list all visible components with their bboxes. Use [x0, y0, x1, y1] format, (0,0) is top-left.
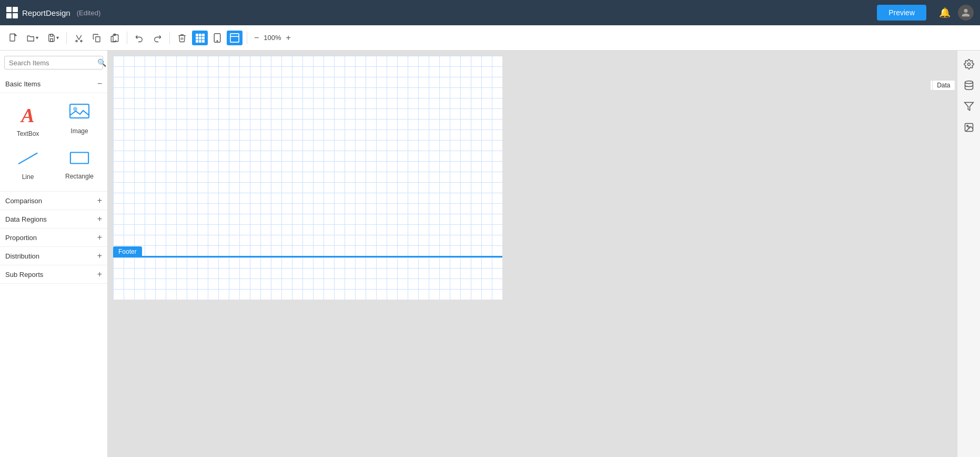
left-panel: 🔍 Basic Items − A TextBox	[0, 51, 108, 457]
svg-rect-12	[70, 104, 89, 118]
mobile-view-button[interactable]	[210, 31, 225, 45]
textbox-icon: A	[21, 104, 34, 127]
svg-point-3	[76, 40, 77, 42]
item-rectangle[interactable]: Rectangle	[54, 144, 105, 187]
sub-reports-section-header[interactable]: Sub Reports +	[0, 265, 107, 284]
search-icon: 🔍	[97, 58, 106, 67]
line-label: Line	[22, 173, 34, 181]
toolbar: ▾ ▾ − 100% +	[0, 25, 980, 51]
copy-button[interactable]	[89, 31, 105, 45]
app-logo: ReportDesign (Edited)	[6, 7, 100, 18]
canvas-main[interactable]: Footer	[113, 56, 502, 256]
image-icon	[69, 104, 89, 124]
svg-point-21	[968, 126, 969, 128]
canvas-area[interactable]: Footer	[108, 51, 957, 457]
new-button[interactable]	[5, 31, 21, 45]
app-title: ReportDesign	[22, 8, 70, 17]
proportion-label: Proportion	[5, 234, 37, 242]
distribution-label: Distribution	[5, 252, 39, 260]
textbox-label: TextBox	[17, 130, 39, 137]
open-button[interactable]: ▾	[23, 31, 42, 45]
edited-label: (Edited)	[77, 9, 101, 17]
user-avatar[interactable]	[958, 5, 974, 21]
toolbar-sep-1	[66, 32, 67, 44]
right-panel: Data	[957, 51, 980, 457]
preview-button[interactable]: Preview	[877, 5, 926, 21]
redo-button[interactable]	[149, 31, 165, 45]
svg-point-20	[966, 125, 968, 127]
svg-point-17	[965, 81, 973, 84]
item-image[interactable]: Image	[54, 97, 105, 144]
svg-point-4	[80, 40, 82, 42]
canvas-footer[interactable]	[113, 257, 502, 300]
basic-items-section-header[interactable]: Basic Items −	[0, 75, 107, 93]
main-layout: 🔍 Basic Items − A TextBox	[0, 51, 980, 457]
sub-reports-label: Sub Reports	[5, 271, 43, 279]
settings-button[interactable]	[959, 55, 978, 74]
notification-icon[interactable]: 🔔	[939, 7, 951, 18]
svg-rect-15	[70, 153, 88, 164]
search-input[interactable]	[9, 59, 97, 67]
svg-line-14	[18, 153, 37, 164]
data-regions-label: Data Regions	[5, 215, 47, 223]
search-box[interactable]: 🔍	[4, 56, 103, 69]
topbar-icons: 🔔	[939, 5, 974, 21]
svg-rect-0	[10, 34, 15, 41]
svg-point-9	[217, 40, 218, 41]
save-button[interactable]: ▾	[44, 31, 62, 45]
comparison-section-header[interactable]: Comparison +	[0, 192, 107, 210]
zoom-control: − 100% +	[251, 32, 294, 44]
basic-items-grid: A TextBox Image	[0, 93, 107, 192]
cut-button[interactable]	[71, 31, 87, 45]
zoom-in-button[interactable]: +	[284, 32, 294, 44]
svg-rect-1	[50, 38, 53, 41]
toolbar-sep-4	[247, 32, 247, 44]
data-button[interactable]: Data	[959, 76, 978, 95]
data-regions-section-header[interactable]: Data Regions +	[0, 210, 107, 228]
grid-toggle-button[interactable]	[192, 31, 208, 45]
zoom-out-button[interactable]: −	[251, 32, 261, 44]
footer-label: Footer	[113, 246, 142, 257]
paste-button[interactable]	[107, 31, 123, 45]
svg-rect-10	[230, 33, 239, 42]
image-label: Image	[70, 127, 88, 135]
basic-items-collapse-icon: −	[97, 79, 102, 88]
logo-grid-icon	[6, 7, 18, 18]
filter-button[interactable]	[959, 97, 978, 116]
undo-button[interactable]	[132, 31, 147, 45]
basic-items-label: Basic Items	[5, 80, 41, 88]
svg-point-13	[73, 107, 77, 111]
distribution-expand-icon: +	[97, 251, 102, 261]
proportion-expand-icon: +	[97, 233, 102, 242]
comparison-label: Comparison	[5, 197, 42, 205]
line-icon	[17, 150, 38, 170]
rectangle-icon	[69, 150, 90, 170]
svg-point-16	[967, 63, 970, 66]
svg-rect-2	[50, 34, 53, 36]
topbar: ReportDesign (Edited) Preview 🔔	[0, 0, 980, 25]
svg-rect-5	[96, 36, 100, 42]
layout-view-button[interactable]	[227, 31, 243, 45]
proportion-section-header[interactable]: Proportion +	[0, 228, 107, 247]
zoom-value: 100%	[264, 34, 281, 42]
report-canvas: Footer	[113, 56, 502, 300]
sub-reports-expand-icon: +	[97, 270, 102, 279]
item-textbox[interactable]: A TextBox	[2, 97, 54, 144]
data-regions-expand-icon: +	[97, 214, 102, 224]
rectangle-label: Rectangle	[65, 173, 94, 180]
item-line[interactable]: Line	[2, 144, 54, 187]
comparison-expand-icon: +	[97, 196, 102, 205]
data-tooltip: Data	[930, 80, 953, 91]
toolbar-sep-3	[169, 32, 170, 44]
distribution-section-header[interactable]: Distribution +	[0, 247, 107, 265]
svg-marker-18	[964, 103, 973, 111]
toolbar-sep-2	[127, 32, 127, 44]
image-settings-button[interactable]	[959, 118, 978, 137]
delete-button[interactable]	[174, 31, 190, 45]
